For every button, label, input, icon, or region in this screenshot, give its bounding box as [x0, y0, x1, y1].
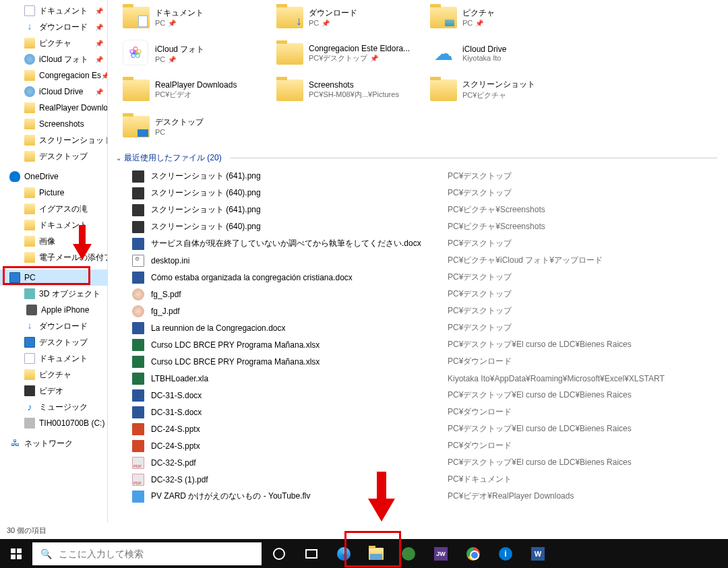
file-name: LTBHLoader.xla [151, 374, 448, 383]
file-path: PC¥デスクトップ [448, 238, 512, 249]
file-path: PC¥ドキュメント [448, 474, 512, 485]
tree-item-24[interactable]: ピクチャ [0, 367, 107, 383]
taskbar-info-icon[interactable]: i [489, 539, 522, 568]
folder-item-9[interactable]: デスクトップPC [119, 109, 272, 143]
recent-file-3[interactable]: スクリーンショット (640).pngPC¥ピクチャ¥Screenshots [119, 218, 717, 235]
recent-file-6[interactable]: Cómo estaba organizada la congregación c… [119, 269, 717, 286]
folder-item-5[interactable]: iCloud DriveKiyotaka Ito [426, 36, 580, 70]
folder-item-0[interactable]: ドキュメントPC📌 [119, 0, 272, 34]
tree-item-3[interactable]: iCloud フォト📌 [0, 51, 107, 67]
folder-path: PC¥SH-M08¥内...¥Pictures [309, 90, 399, 100]
recent-file-5[interactable]: desktop.iniPC¥ピクチャ¥iCloud フォト¥アップロード [119, 252, 717, 269]
tree-label: デスクトップ [39, 151, 88, 162]
folder-path: PC📌 [155, 55, 204, 63]
tree-item-12[interactable]: Picture [0, 185, 107, 201]
taskbar-taskview-icon[interactable] [295, 539, 328, 568]
recent-file-15[interactable]: DC-24-S.pptxPC¥デスクトップ¥El curso de LDC¥Bi… [119, 420, 717, 437]
word-file-icon [132, 322, 144, 334]
taskbar-word-icon[interactable]: W [522, 539, 554, 568]
file-path: PC¥デスクトップ¥El curso de LDC¥Bienes Raices [448, 339, 632, 350]
svg-marker-5 [73, 244, 92, 260]
recent-file-18[interactable]: DC-32-S (1).pdfPC¥ドキュメント [119, 471, 717, 488]
recent-file-9[interactable]: La reunnion de la Congregacion.docxPC¥デス… [119, 319, 717, 336]
search-icon: 🔍 [40, 548, 52, 559]
item-count: 30 個の項目 [7, 526, 47, 534]
tree-item-0[interactable]: ドキュメント📌 [0, 3, 107, 19]
recent-file-4[interactable]: サービス自体が現在終了していないか調べてから執筆をしてください.docxPC¥デ… [119, 235, 717, 252]
start-button[interactable] [0, 539, 32, 568]
tree-item-7[interactable]: Screenshots [0, 116, 107, 132]
tree-item-20[interactable]: Apple iPhone [0, 302, 107, 318]
tree-label: ダウンロード [39, 22, 88, 33]
tree-item-13[interactable]: イグアスの滝 [0, 201, 107, 217]
pic-icon [24, 369, 35, 380]
file-path: PC¥デスクトップ [448, 170, 512, 182]
folder-icon [430, 40, 457, 67]
tree-item-22[interactable]: デスクトップ [0, 334, 107, 350]
pin-icon: 📌 [101, 72, 107, 80]
file-name: スクリーンショット (641).png [151, 204, 448, 216]
folder-item-6[interactable]: RealPlayer DownloadsPC¥ビデオ [119, 73, 272, 106]
tree-label: デスクトップ [39, 337, 88, 348]
pin-icon: 📌 [475, 20, 483, 27]
taskbar-jw-icon[interactable]: JW [425, 539, 457, 568]
recent-file-17[interactable]: DC-32-S.pdfPC¥デスクトップ¥El curso de LDC¥Bie… [119, 454, 717, 471]
folder-item-4[interactable]: Congregacion Este Eldora...PC¥デスクトップ📌 [272, 36, 426, 70]
tree-item-29[interactable]: 🖧ネットワーク [0, 435, 107, 451]
flv-file-icon [132, 491, 144, 503]
pin-icon: 📌 [95, 24, 103, 31]
recent-file-16[interactable]: DC-24-S.pptxPC¥ダウンロード [119, 437, 717, 454]
recent-file-12[interactable]: LTBHLoader.xlaKiyotaka Ito¥AppData¥Roami… [119, 370, 717, 387]
tree-item-2[interactable]: ピクチャ📌 [0, 35, 107, 51]
pdf-file-icon [132, 457, 144, 469]
tree-item-5[interactable]: iCloud Drive📌 [0, 84, 107, 100]
taskbar-chrome-icon[interactable] [457, 539, 489, 568]
recent-file-7[interactable]: fg_S.pdfPC¥デスクトップ [119, 286, 717, 303]
recent-file-13[interactable]: DC-31-S.docxPC¥デスクトップ¥El curso de LDC¥Bi… [119, 387, 717, 404]
drive-icon [24, 418, 35, 429]
tree-item-8[interactable]: スクリーンショット [0, 132, 107, 148]
tree-item-9[interactable]: デスクトップ [0, 148, 107, 164]
recent-file-19[interactable]: PV ZARD かけがえのないもの - YouTube.flvPC¥ビデオ¥Re… [119, 488, 717, 505]
file-name: Cómo estaba organizada la congregación c… [151, 273, 448, 282]
recent-file-8[interactable]: fg_J.pdfPC¥デスクトップ [119, 303, 717, 319]
file-path: PC¥ダウンロード [448, 440, 512, 451]
tree-item-1[interactable]: ↓ダウンロード📌 [0, 19, 107, 35]
recent-file-2[interactable]: スクリーンショット (641).pngPC¥ピクチャ¥Screenshots [119, 201, 717, 218]
folder-item-8[interactable]: スクリーンショットPC¥ピクチャ [426, 73, 580, 106]
pin-icon: 📌 [168, 20, 176, 27]
file-name: DC-24-S.pptx [151, 424, 448, 434]
folder-item-2[interactable]: ピクチャPC📌 [426, 0, 580, 34]
recent-files-header[interactable]: ⌄ 最近使用したファイル (20) [116, 152, 717, 164]
tree-item-27[interactable]: TIH0010700B (C:) [0, 415, 107, 431]
recent-file-14[interactable]: DC-31-S.docxPC¥ダウンロード [119, 404, 717, 420]
cloud-icon [24, 54, 35, 65]
folder-path: PC¥ピクチャ [462, 90, 535, 100]
folder-item-7[interactable]: ScreenshotsPC¥SH-M08¥内...¥Pictures [272, 73, 426, 106]
recent-file-11[interactable]: Curso LDC BRCE PRY Programa Mañana.xlsxP… [119, 353, 717, 370]
recent-file-10[interactable]: Curso LDC BRCE PRY Programa Mañana.xlsxP… [119, 336, 717, 353]
tree-item-21[interactable]: ↓ダウンロード [0, 318, 107, 334]
file-name: Curso LDC BRCE PRY Programa Mañana.xlsx [151, 357, 448, 367]
tree-item-23[interactable]: ドキュメント [0, 350, 107, 367]
folder-icon [123, 113, 150, 139]
recent-file-1[interactable]: スクリーンショット (640).pngPC¥デスクトップ [119, 185, 717, 201]
folder-item-3[interactable]: iCloud フォトPC📌 [119, 36, 272, 70]
recent-file-0[interactable]: スクリーンショット (641).pngPC¥デスクトップ [119, 168, 717, 185]
tree-item-19[interactable]: 3D オブジェクト [0, 286, 107, 302]
search-box[interactable]: 🔍 [32, 542, 262, 565]
search-input[interactable] [59, 548, 253, 559]
face-file-icon [132, 305, 144, 317]
taskbar-cortana-icon[interactable] [263, 539, 295, 568]
tree-item-11[interactable]: OneDrive [0, 168, 107, 185]
file-path: PC¥デスクトップ [448, 288, 512, 300]
desk-icon [24, 337, 35, 348]
onedrive-icon [9, 171, 20, 182]
tree-item-26[interactable]: ♪ミュージック [0, 399, 107, 415]
tree-item-4[interactable]: Congregacion Es📌 [0, 67, 107, 84]
tree-item-6[interactable]: RealPlayer Downloa [0, 100, 107, 116]
tree-item-25[interactable]: ビデオ [0, 383, 107, 399]
folder-item-1[interactable]: ダウンロードPC📌 [272, 0, 426, 34]
svg-marker-7 [368, 499, 395, 522]
pin-icon: 📌 [95, 88, 103, 96]
